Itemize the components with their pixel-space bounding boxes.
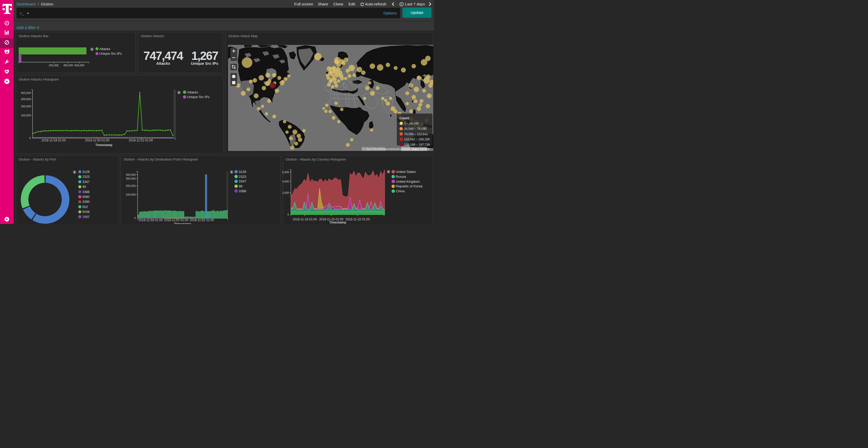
svg-text:1 – 39,548: 1 – 39,548	[404, 122, 419, 125]
svg-text:100,000: 100,000	[126, 193, 135, 196]
svg-text:Attacks: Attacks	[187, 90, 198, 94]
svg-text:3347: 3347	[239, 179, 246, 183]
svg-text:300,000: 300,000	[126, 177, 135, 180]
svg-text:Timestamp: Timestamp	[329, 221, 346, 224]
svg-text:200,000: 200,000	[126, 184, 135, 187]
svg-text:0: 0	[287, 213, 289, 216]
svg-text:79,095 – 118,642: 79,095 – 118,642	[404, 132, 428, 136]
svg-text:Republic of Korea: Republic of Korea	[396, 184, 423, 188]
svg-text:© OpenStreetMap: © OpenStreetMap	[363, 147, 386, 150]
svg-text:300,000: 300,000	[21, 98, 31, 101]
svg-text:3388: 3388	[83, 190, 90, 194]
svg-text:contributors,: contributors,	[386, 147, 402, 150]
svg-text:4,000: 4,000	[282, 180, 289, 183]
svg-text:2018-11-18 01:00: 2018-11-18 01:00	[138, 218, 163, 222]
svg-text:98: 98	[239, 184, 242, 188]
svg-text:600,000: 600,000	[75, 64, 85, 67]
svg-text:3388: 3388	[239, 189, 246, 193]
svg-text:2018-11-18 01:00: 2018-11-18 01:00	[292, 217, 317, 221]
svg-text:0: 0	[29, 137, 31, 140]
svg-text:8080: 8080	[83, 195, 90, 199]
svg-text:0: 0	[134, 216, 135, 219]
svg-text:2,000: 2,000	[282, 191, 289, 194]
svg-text:400,000: 400,000	[63, 64, 73, 67]
svg-text:2018-11-18 01:00: 2018-11-18 01:00	[41, 139, 66, 142]
svg-text:Timestamp: Timestamp	[95, 143, 113, 147]
svg-text:2018-11-22 01:00: 2018-11-22 01:00	[190, 218, 214, 222]
svg-text:400,000: 400,000	[126, 173, 135, 176]
svg-text:200,000: 200,000	[49, 64, 59, 67]
svg-text:2018-11-22 01:00: 2018-11-22 01:00	[129, 139, 153, 142]
svg-text:158,189 – 197,736: 158,189 – 197,736	[404, 143, 430, 146]
svg-text:2323: 2323	[83, 175, 90, 179]
svg-text:98: 98	[83, 185, 86, 188]
svg-text:39,548 – 79,095: 39,548 – 79,095	[404, 127, 427, 131]
svg-text:Russia: Russia	[396, 175, 406, 179]
svg-text:2018-11-20 01:00: 2018-11-20 01:00	[164, 218, 188, 222]
svg-text:200,000: 200,000	[21, 105, 31, 108]
svg-text:3390: 3390	[83, 200, 90, 204]
svg-text:2018-11-22 01:00: 2018-11-22 01:00	[345, 217, 370, 221]
svg-text:502: 502	[83, 205, 88, 209]
svg-text:400,000: 400,000	[21, 91, 31, 95]
svg-text:United Kingdom: United Kingdom	[396, 180, 420, 183]
svg-text:100,000: 100,000	[21, 114, 31, 117]
svg-text:5038: 5038	[83, 210, 90, 214]
svg-text:3128: 3128	[83, 170, 90, 174]
svg-text:3347: 3347	[83, 180, 90, 184]
svg-text:Elastic Maps Service: Elastic Maps Service	[402, 147, 430, 150]
svg-text:China: China	[396, 189, 405, 193]
svg-text:2323: 2323	[239, 175, 246, 179]
svg-text:118,642 – 158,189: 118,642 – 158,189	[404, 138, 430, 141]
svg-text:6,000: 6,000	[282, 171, 289, 174]
svg-text:2018-11-20 01:00: 2018-11-20 01:00	[85, 139, 109, 142]
svg-text:Unique Src IPs: Unique Src IPs	[187, 95, 210, 99]
svg-text:Attacks: Attacks	[99, 47, 111, 51]
svg-text:Timestamp: Timestamp	[174, 222, 191, 224]
svg-text:Unique Src IPs: Unique Src IPs	[99, 51, 122, 56]
svg-text:United States: United States	[396, 170, 416, 174]
svg-text:7007: 7007	[83, 215, 90, 219]
svg-text:Count: Count	[399, 116, 409, 120]
svg-text:3128: 3128	[239, 170, 246, 174]
